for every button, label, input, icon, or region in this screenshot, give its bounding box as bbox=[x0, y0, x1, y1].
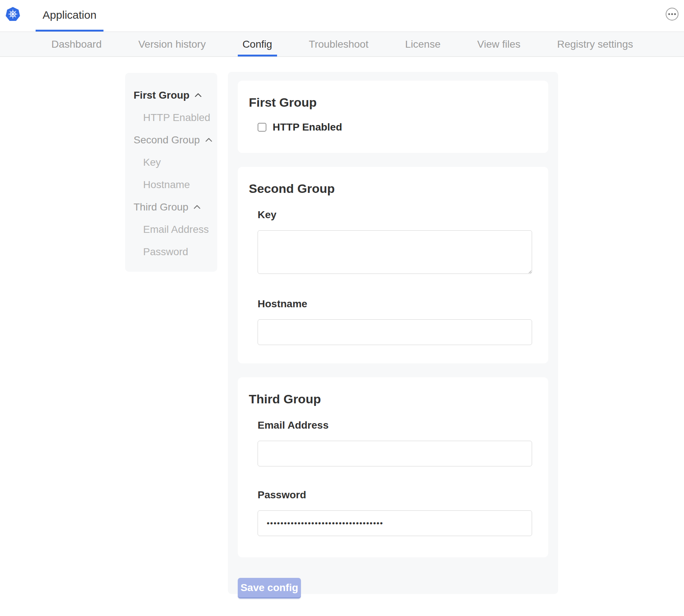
nav-tab-license[interactable]: License bbox=[400, 32, 445, 56]
kubernetes-logo bbox=[5, 6, 21, 22]
ellipsis-icon bbox=[668, 13, 676, 15]
hostname-label: Hostname bbox=[258, 298, 532, 310]
sidebar-item-label: HTTP Enabled bbox=[143, 112, 210, 124]
nav-tab-registry-settings[interactable]: Registry settings bbox=[552, 32, 638, 56]
chevron-up-icon bbox=[192, 202, 202, 212]
sidebar-group-label: Third Group bbox=[134, 201, 188, 213]
nav-tab-view-files[interactable]: View files bbox=[472, 32, 525, 56]
config-area: First Group HTTP Enabled Second Group Ke… bbox=[228, 72, 558, 594]
app-tab-application[interactable]: Application bbox=[36, 0, 103, 32]
http-enabled-checkbox[interactable] bbox=[258, 123, 266, 132]
chevron-up-icon bbox=[193, 91, 203, 100]
password-label: Password bbox=[258, 489, 532, 501]
sidebar-group-third-group[interactable]: Third Group bbox=[134, 196, 214, 218]
sidebar-item-http-enabled[interactable]: HTTP Enabled bbox=[134, 106, 214, 129]
sidebar-item-email-address[interactable]: Email Address bbox=[134, 218, 214, 241]
sidebar-item-password[interactable]: Password bbox=[134, 241, 214, 263]
sidebar-group-first-group[interactable]: First Group bbox=[134, 84, 214, 106]
config-field-key: Key bbox=[258, 209, 532, 275]
password-input[interactable] bbox=[258, 510, 532, 536]
nav-tab-config[interactable]: Config bbox=[238, 32, 277, 56]
sidebar-item-label: Hostname bbox=[143, 179, 190, 191]
sidebar-item-hostname[interactable]: Hostname bbox=[134, 173, 214, 196]
group-title: Third Group bbox=[249, 392, 532, 406]
app-header: Application bbox=[0, 0, 684, 32]
key-textarea[interactable] bbox=[258, 230, 532, 274]
http-enabled-checkbox-row[interactable]: HTTP Enabled bbox=[258, 121, 532, 133]
config-field-password: Password bbox=[258, 489, 532, 536]
config-page: First Group HTTP Enabled Second Group Ke… bbox=[0, 57, 684, 616]
config-field-email: Email Address bbox=[258, 419, 532, 466]
http-enabled-label[interactable]: HTTP Enabled bbox=[273, 121, 342, 133]
config-group-card-third: Third Group Email Address Password bbox=[238, 377, 548, 557]
config-group-card-second: Second Group Key Hostname bbox=[238, 167, 548, 363]
sidebar-group-label: First Group bbox=[134, 89, 189, 101]
sidebar-group-label: Second Group bbox=[134, 134, 200, 146]
sidebar-item-label: Key bbox=[143, 157, 161, 168]
nav-tab-dashboard[interactable]: Dashboard bbox=[47, 32, 106, 56]
sidebar-item-label: Email Address bbox=[143, 224, 209, 235]
hostname-input[interactable] bbox=[258, 319, 532, 345]
group-title: First Group bbox=[249, 95, 532, 110]
save-config-button[interactable]: Save config bbox=[238, 578, 301, 598]
email-label: Email Address bbox=[258, 419, 532, 431]
chevron-up-icon bbox=[204, 135, 214, 145]
config-field-hostname: Hostname bbox=[258, 298, 532, 345]
nav-tab-troubleshoot[interactable]: Troubleshoot bbox=[304, 32, 373, 56]
config-group-card-first: First Group HTTP Enabled bbox=[238, 81, 548, 153]
nav-tab-version-history[interactable]: Version history bbox=[134, 32, 211, 56]
email-input[interactable] bbox=[258, 441, 532, 466]
app-navbar: Dashboard Version history Config Trouble… bbox=[0, 32, 684, 57]
sidebar-group-second-group[interactable]: Second Group bbox=[134, 129, 214, 151]
more-options-button[interactable] bbox=[666, 8, 678, 21]
group-title: Second Group bbox=[249, 182, 532, 196]
sidebar-item-key[interactable]: Key bbox=[134, 151, 214, 173]
key-label: Key bbox=[258, 209, 532, 221]
sidebar-item-label: Password bbox=[143, 246, 188, 258]
config-sidebar: First Group HTTP Enabled Second Group Ke… bbox=[125, 73, 217, 272]
